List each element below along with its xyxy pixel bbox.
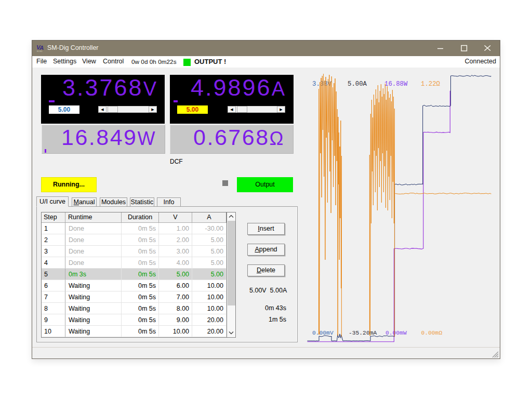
svg-text:1.22Ω: 1.22Ω <box>421 81 441 88</box>
svg-text:0.00mW: 0.00mW <box>385 330 407 336</box>
svg-text:16.88W: 16.88W <box>384 81 408 88</box>
svg-text:ELND: ELND <box>37 50 43 52</box>
svg-text:0.00mΩ: 0.00mΩ <box>421 330 443 336</box>
svg-text:-35.20mA: -35.20mA <box>349 330 377 336</box>
svg-text:5.00A: 5.00A <box>348 81 367 88</box>
svg-text:0.00mV: 0.00mV <box>312 330 334 336</box>
